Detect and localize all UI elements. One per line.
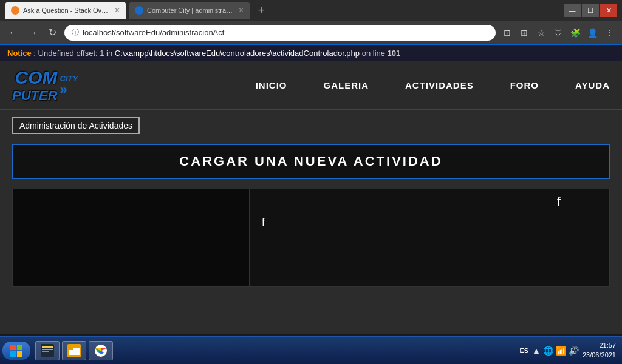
tray-signal-icon: 📶 bbox=[556, 346, 566, 356]
window-controls: — ☐ ✕ bbox=[564, 4, 617, 17]
tray-volume-icon[interactable]: 🔊 bbox=[569, 346, 579, 356]
shield-icon[interactable]: 🛡 bbox=[552, 28, 565, 38]
site-logo[interactable]: COM PUTER CITY » bbox=[12, 67, 78, 104]
svg-rect-1 bbox=[17, 345, 22, 350]
svg-rect-5 bbox=[42, 346, 53, 348]
notice-path: C:\xampp\htdocs\softwareEdu\controladore… bbox=[115, 49, 360, 58]
taskbar: ES ▲ 🌐 📶 🔊 21:57 23/06/2021 bbox=[0, 336, 622, 364]
new-tab-button[interactable]: + bbox=[253, 2, 270, 19]
tab-stackoverflow[interactable]: Ask a Question - Stack Overflow ✕ bbox=[5, 2, 126, 19]
notice-label: Notice bbox=[7, 49, 32, 58]
tab-close-cc[interactable]: ✕ bbox=[238, 6, 244, 15]
notice-text: : Undefined offset: 1 in bbox=[33, 49, 114, 58]
language-badge: ES bbox=[519, 347, 528, 354]
system-clock: 21:57 23/06/2021 bbox=[583, 341, 616, 360]
content-f-mid: f bbox=[262, 216, 265, 229]
maximize-button[interactable]: ☐ bbox=[582, 4, 599, 17]
notice-line-number: 101 bbox=[388, 49, 401, 58]
content-right-panel: f f bbox=[250, 189, 609, 286]
tab-close-so[interactable]: ✕ bbox=[114, 6, 120, 15]
tray-icons: ▲ 🌐 📶 🔊 bbox=[532, 346, 579, 356]
system-tray: ES ▲ 🌐 📶 🔊 21:57 23/06/2021 bbox=[519, 341, 620, 360]
svg-rect-6 bbox=[42, 349, 53, 350]
user-icon[interactable]: 👤 bbox=[586, 28, 599, 38]
logo-right: CITY » bbox=[60, 74, 78, 96]
tab-favicon-cc bbox=[135, 6, 143, 15]
svg-rect-10 bbox=[69, 348, 73, 350]
nav-icons-right: ⊡ ⊞ ☆ 🛡 🧩 👤 ⋮ bbox=[501, 28, 616, 38]
clock-date: 23/06/2021 bbox=[583, 351, 616, 360]
cargar-actividad-button[interactable]: CARGAR UNA NUEVA ACTIVIDAD bbox=[12, 144, 610, 179]
logo-puter: PUTER bbox=[12, 88, 58, 104]
nav-galeria[interactable]: GALERIA bbox=[324, 80, 369, 90]
start-button[interactable] bbox=[2, 342, 30, 360]
tab-label-so: Ask a Question - Stack Overflow bbox=[23, 7, 111, 14]
grid-icon[interactable]: ⊞ bbox=[518, 28, 531, 38]
nav-foro[interactable]: FORO bbox=[510, 80, 539, 90]
back-button[interactable]: ← bbox=[6, 27, 21, 38]
address-secure-icon: ⓘ bbox=[72, 27, 79, 38]
forward-button[interactable]: → bbox=[26, 27, 40, 38]
tray-network-icon: 🌐 bbox=[543, 346, 553, 356]
close-button[interactable]: ✕ bbox=[600, 4, 617, 17]
notice-bar: Notice : Undefined offset: 1 in C:\xampp… bbox=[0, 44, 622, 61]
address-bar[interactable]: ⓘ localhost/softwareEdu/administracionAc… bbox=[64, 25, 496, 41]
minimize-button[interactable]: — bbox=[564, 4, 581, 17]
logo-left: COM PUTER bbox=[12, 67, 58, 104]
svg-rect-0 bbox=[10, 345, 16, 350]
taskbar-item-chrome[interactable] bbox=[89, 341, 113, 360]
nav-bar: ← → ↻ ⓘ localhost/softwareEdu/administra… bbox=[0, 21, 622, 44]
nav-actividades[interactable]: ACTIVIDADES bbox=[405, 80, 474, 90]
star-icon[interactable]: ☆ bbox=[535, 28, 548, 38]
svg-rect-2 bbox=[10, 351, 16, 357]
svg-rect-7 bbox=[42, 351, 49, 352]
taskbar-item-files[interactable] bbox=[62, 341, 86, 360]
tray-arrow-icon[interactable]: ▲ bbox=[532, 346, 541, 356]
logo-arrows: » bbox=[60, 83, 67, 96]
site-nav: INICIO GALERIA ACTIVIDADES FORO AYUDA bbox=[256, 80, 610, 90]
tab-label-cc: Computer City | administracionA... bbox=[147, 7, 234, 14]
menu-icon[interactable]: ⋮ bbox=[603, 28, 616, 38]
nav-inicio[interactable]: INICIO bbox=[256, 80, 287, 90]
clock-time: 21:57 bbox=[583, 341, 616, 350]
admin-badge: Administración de Actividades bbox=[12, 117, 140, 134]
notice-line-text: on line bbox=[362, 49, 388, 58]
svg-rect-3 bbox=[17, 351, 22, 357]
content-left-panel bbox=[13, 189, 250, 286]
site-header: COM PUTER CITY » INICIO GALERIA ACTIVIDA… bbox=[0, 61, 622, 110]
screen-icon[interactable]: ⊡ bbox=[501, 28, 514, 38]
refresh-button[interactable]: ↻ bbox=[45, 27, 60, 38]
content-f-top: f bbox=[557, 194, 561, 210]
logo-com: COM bbox=[15, 67, 58, 88]
svg-rect-4 bbox=[41, 344, 54, 357]
title-bar: Ask a Question - Stack Overflow ✕ Comput… bbox=[0, 0, 622, 21]
puzzle-icon[interactable]: 🧩 bbox=[569, 28, 582, 38]
content-box: f f bbox=[12, 189, 610, 287]
address-text: localhost/softwareEdu/administracionAct bbox=[83, 28, 224, 37]
tab-favicon-so bbox=[11, 6, 19, 15]
taskbar-item-editor[interactable] bbox=[35, 341, 60, 360]
main-area: Administración de Actividades CARGAR UNA… bbox=[0, 110, 622, 334]
nav-ayuda[interactable]: AYUDA bbox=[575, 80, 610, 90]
tab-computercity[interactable]: Computer City | administracionA... ✕ bbox=[129, 2, 250, 19]
